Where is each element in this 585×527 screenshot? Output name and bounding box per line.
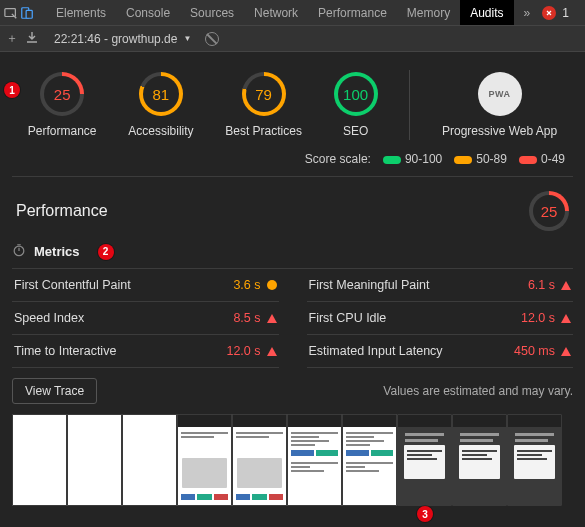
- download-icon[interactable]: [26, 31, 38, 46]
- metric-row[interactable]: First Contentful Paint3.6 s: [12, 269, 279, 302]
- score-label: Accessibility: [128, 124, 193, 138]
- tabs-more[interactable]: »: [514, 0, 541, 25]
- scale-bad: 0-49: [541, 152, 565, 166]
- error-count: 1: [562, 6, 569, 20]
- score-label: Performance: [28, 124, 97, 138]
- clear-icon[interactable]: [205, 32, 219, 46]
- devtools-toolbar: Elements Console Sources Network Perform…: [0, 0, 585, 26]
- scale-good: 90-100: [405, 152, 442, 166]
- metric-row[interactable]: First Meaningful Paint6.1 s: [307, 269, 574, 302]
- panel-tabs: Elements Console Sources Network Perform…: [46, 0, 540, 25]
- kebab-menu-icon[interactable]: ⋮: [575, 2, 585, 24]
- metric-label: First CPU Idle: [309, 311, 387, 325]
- metric-value: 6.1 s: [528, 278, 571, 292]
- tab-network[interactable]: Network: [244, 0, 308, 25]
- score-performance[interactable]: 25 Performance: [28, 72, 97, 138]
- filmstrip-frame: [452, 414, 507, 506]
- score-value: 81: [153, 86, 170, 103]
- metric-label: Estimated Input Latency: [309, 344, 443, 358]
- score-accessibility[interactable]: 81 Accessibility: [128, 72, 193, 138]
- metric-value: 8.5 s: [233, 311, 276, 325]
- warning-triangle-icon: [267, 314, 277, 323]
- section-title: Performance: [16, 202, 108, 220]
- stopwatch-icon: [12, 243, 26, 260]
- score-pwa[interactable]: PWA Progressive Web App: [442, 72, 557, 138]
- audit-run-selector[interactable]: 22:21:46 - growthup.de ▼: [54, 32, 191, 46]
- metrics-header[interactable]: Metrics 2: [12, 241, 573, 269]
- filmstrip-frame: [232, 414, 287, 506]
- metrics-grid: First Contentful Paint3.6 sSpeed Index8.…: [12, 269, 573, 368]
- filmstrip-frame: [122, 414, 177, 506]
- metric-label: Time to Interactive: [14, 344, 116, 358]
- metric-value: 450 ms: [514, 344, 571, 358]
- score-value: 79: [255, 86, 272, 103]
- svg-rect-2: [26, 10, 32, 18]
- metric-row[interactable]: First CPU Idle12.0 s: [307, 302, 574, 335]
- inspect-icon[interactable]: [4, 2, 18, 24]
- new-audit-icon[interactable]: ＋: [6, 30, 18, 47]
- filmstrip-frame: [397, 414, 452, 506]
- score-seo[interactable]: 100 SEO: [334, 72, 378, 138]
- error-count-badge[interactable]: [542, 6, 556, 20]
- score-best-practices[interactable]: 79 Best Practices: [225, 72, 302, 138]
- warning-triangle-icon: [561, 347, 571, 356]
- estimate-note: Values are estimated and may vary.: [383, 374, 573, 398]
- metric-value: 3.6 s: [233, 278, 276, 292]
- tab-performance[interactable]: Performance: [308, 0, 397, 25]
- scale-label: Score scale:: [305, 152, 371, 166]
- filmstrip-frame: [177, 414, 232, 506]
- device-mode-icon[interactable]: [20, 2, 34, 24]
- score-label: Best Practices: [225, 124, 302, 138]
- warning-triangle-icon: [561, 314, 571, 323]
- metric-row[interactable]: Speed Index8.5 s: [12, 302, 279, 335]
- opportunities-section: Opportunities These optimizations can sp…: [12, 520, 573, 527]
- audits-report: 1 25 Performance 81 Accessibility 79 Bes…: [0, 52, 585, 527]
- gauge-value: 25: [541, 203, 558, 220]
- filmstrip-frame: [507, 414, 562, 506]
- annotation-2: 2: [98, 244, 114, 260]
- performance-section-header: Performance 25: [12, 177, 573, 241]
- filmstrip: 3: [12, 404, 573, 520]
- filmstrip-frame: [67, 414, 122, 506]
- metric-row[interactable]: Estimated Input Latency450 ms: [307, 335, 574, 368]
- filmstrip-frame: [12, 414, 67, 506]
- metric-value: 12.0 s: [521, 311, 571, 325]
- score-label: SEO: [343, 124, 368, 138]
- audit-run-label: 22:21:46 - growthup.de: [54, 32, 177, 46]
- tab-audits[interactable]: Audits: [460, 0, 513, 25]
- score-summary: 1 25 Performance 81 Accessibility 79 Bes…: [12, 62, 573, 146]
- annotation-3: 3: [417, 506, 433, 522]
- scale-avg: 50-89: [476, 152, 507, 166]
- warning-triangle-icon: [561, 281, 571, 290]
- warning-dot-icon: [267, 280, 277, 290]
- metric-label: Speed Index: [14, 311, 84, 325]
- tab-console[interactable]: Console: [116, 0, 180, 25]
- score-value: 25: [54, 86, 71, 103]
- tab-elements[interactable]: Elements: [46, 0, 116, 25]
- filmstrip-frame: [342, 414, 397, 506]
- tab-sources[interactable]: Sources: [180, 0, 244, 25]
- performance-gauge: 25: [529, 191, 569, 231]
- warning-triangle-icon: [267, 347, 277, 356]
- audits-subbar: ＋ 22:21:46 - growthup.de ▼: [0, 26, 585, 52]
- score-label: Progressive Web App: [442, 124, 557, 138]
- tab-memory[interactable]: Memory: [397, 0, 460, 25]
- metric-label: First Contentful Paint: [14, 278, 131, 292]
- view-trace-button[interactable]: View Trace: [12, 378, 97, 404]
- metrics-title: Metrics: [34, 244, 80, 259]
- metric-label: First Meaningful Paint: [309, 278, 430, 292]
- filmstrip-frame: [287, 414, 342, 506]
- metric-value: 12.0 s: [226, 344, 276, 358]
- metric-row[interactable]: Time to Interactive12.0 s: [12, 335, 279, 368]
- score-value: 100: [343, 86, 368, 103]
- pwa-icon: PWA: [478, 72, 522, 116]
- annotation-1: 1: [4, 82, 20, 98]
- score-scale-legend: Score scale: 90-100 50-89 0-49: [12, 146, 573, 177]
- dropdown-icon: ▼: [183, 34, 191, 43]
